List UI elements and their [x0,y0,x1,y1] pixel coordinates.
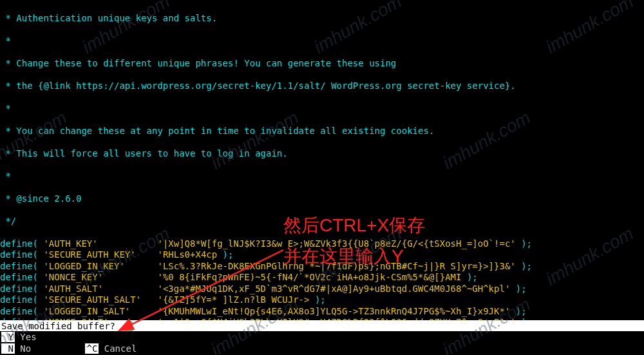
define-line: define( 'LOGGED_IN_SALT' '{KMUhMWLwI_eNt… [0,306,644,318]
code-comment: * You can change these at any point in t… [0,126,644,137]
annotation-input-y: 并在这里输入Y [283,245,404,267]
define-line: define( 'SECURE_AUTH_SALT' '{&IZ]5fY=* ]… [0,294,644,306]
code-comment: * the {@link https://api.wordpress.org/s… [0,81,644,92]
code-comment: * [0,171,644,182]
nano-options: Y Yes N No ^C Cancel [0,331,644,355]
code-comment: * [0,103,644,115]
code-comment: * This will force all users to have to l… [0,148,644,160]
option-cancel[interactable]: ^C Cancel [85,343,137,354]
option-no[interactable]: N No [1,343,31,354]
option-yes[interactable]: Y Yes [1,332,643,343]
annotation-ctrl-x: 然后CTRL+X保存 [283,214,425,236]
define-line: define( 'NONCE_KEY' '%0 8{iFkFq?pWnFE)~5… [0,272,644,283]
cursor [126,321,133,331]
save-prompt: Save modified buffer? [1,321,126,331]
code-comment: * Change these to different unique phras… [0,58,644,70]
terminal-output: * Authentication unique keys and salts. … [0,0,644,355]
code-comment: * @since 2.6.0 [0,193,644,205]
define-line: define( 'AUTH_SALT' '<3ga*#MJUq1DK,xF_5D… [0,283,644,295]
code-comment: * Authentication unique keys and salts. [0,13,644,24]
code-comment: * [0,35,644,47]
